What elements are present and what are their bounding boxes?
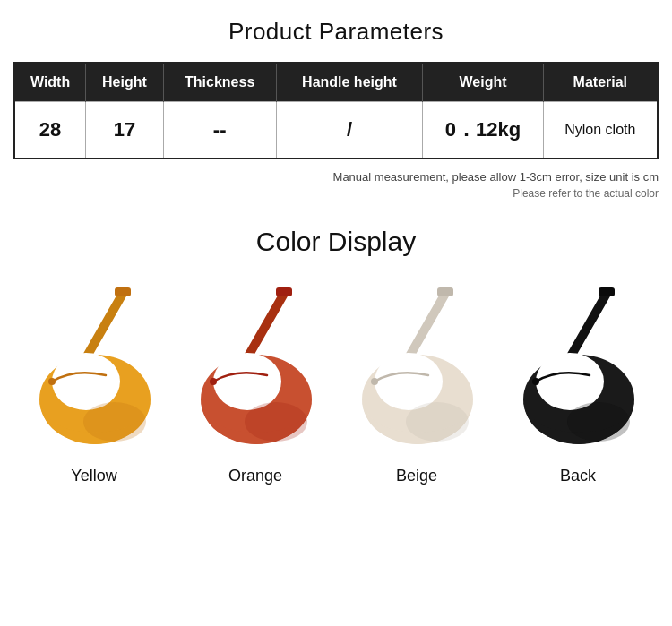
col-width: Width — [14, 63, 86, 102]
color-section-title: Color Display — [256, 227, 416, 257]
cell-material: Nylon cloth — [543, 102, 658, 159]
svg-rect-1 — [115, 287, 131, 296]
col-height: Height — [86, 63, 164, 102]
col-material: Material — [543, 63, 658, 102]
color-display: Yellow Orange — [13, 279, 659, 485]
cell-height: 17 — [86, 102, 164, 159]
svg-rect-13 — [437, 287, 453, 296]
table-data-row: 28 17 -- / 0．12kg Nylon cloth — [14, 102, 658, 159]
col-weight: Weight — [423, 63, 543, 102]
color-label-yellow: Yellow — [71, 467, 116, 485]
svg-point-21 — [536, 353, 604, 410]
color-label-beige: Beige — [396, 467, 437, 485]
measurement-note: Manual measurement, please allow 1-3cm e… — [13, 170, 659, 184]
col-thickness: Thickness — [163, 63, 276, 102]
color-label-orange: Orange — [228, 467, 282, 485]
table-header-row: Width Height Thickness Handle height Wei… — [14, 63, 658, 102]
svg-rect-19 — [599, 287, 615, 296]
color-note: Please refer to the actual color — [13, 187, 659, 200]
svg-point-17 — [406, 402, 469, 442]
svg-point-9 — [213, 353, 281, 410]
svg-point-11 — [245, 402, 307, 442]
color-item-back: Back — [506, 279, 650, 485]
svg-point-3 — [52, 353, 120, 410]
svg-point-4 — [48, 378, 56, 385]
svg-point-10 — [210, 378, 217, 385]
cell-weight: 0．12kg — [423, 102, 543, 159]
cell-handle-height: / — [276, 102, 423, 159]
page-title: Product Parameters — [228, 18, 444, 46]
svg-point-5 — [83, 402, 146, 442]
col-handle-height: Handle height — [276, 63, 423, 102]
svg-point-16 — [371, 378, 378, 385]
cell-thickness: -- — [163, 102, 276, 159]
svg-point-15 — [375, 353, 443, 410]
params-table: Width Height Thickness Handle height Wei… — [13, 62, 659, 159]
svg-point-22 — [532, 378, 539, 385]
color-item-beige: Beige — [345, 279, 488, 485]
cell-width: 28 — [14, 102, 86, 159]
color-item-yellow: Yellow — [22, 279, 166, 485]
color-item-orange: Orange — [184, 279, 327, 485]
color-label-back: Back — [560, 467, 596, 485]
svg-rect-7 — [276, 287, 292, 296]
svg-point-23 — [567, 402, 630, 442]
